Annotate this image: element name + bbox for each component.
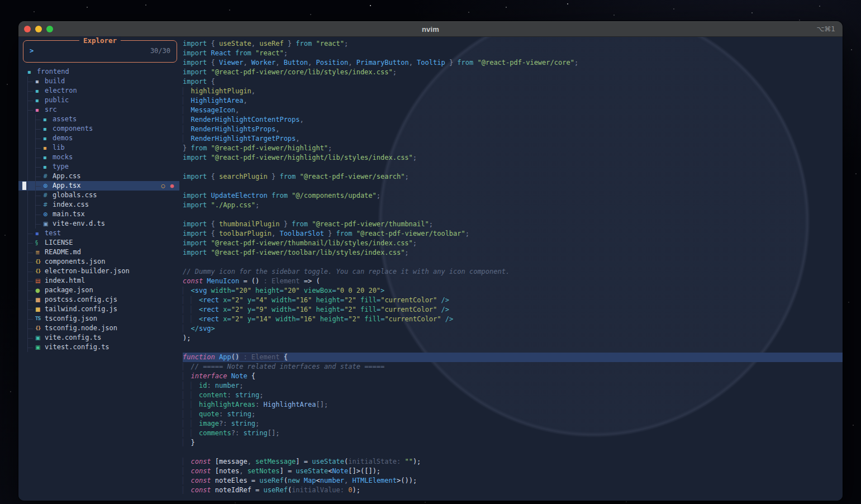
code-line[interactable]: import { toolbarPlugin, ToolbarSlot } fr… bbox=[183, 229, 843, 239]
code-line[interactable] bbox=[183, 210, 843, 220]
code-line[interactable]: ▏ </svg> bbox=[183, 324, 843, 334]
tree-item-components.json[interactable]: {}components.json bbox=[18, 257, 179, 267]
code-token bbox=[195, 306, 199, 313]
code-token bbox=[195, 391, 199, 399]
code-token: = bbox=[227, 296, 231, 304]
tree-item-App.css[interactable]: #App.css bbox=[18, 172, 179, 181]
tree-item-LICENSE[interactable]: §LICENSE bbox=[18, 238, 179, 248]
code-token: { bbox=[211, 40, 219, 47]
code-token: height bbox=[316, 296, 340, 304]
code-line[interactable]: import "@react-pdf-viewer/thumbnail/lib/… bbox=[183, 239, 843, 248]
code-line-cursor[interactable]: function App() : Element { bbox=[183, 353, 843, 362]
code-line[interactable]: } from "@react-pdf-viewer/highlight"; bbox=[183, 144, 843, 153]
code-line[interactable]: ▏ const [notes, setNotes] = useState<Not… bbox=[183, 467, 843, 476]
tree-item-App.tsx[interactable]: ⊛App.tsx○● bbox=[18, 181, 179, 191]
tree-item-index.css[interactable]: #index.css bbox=[18, 200, 179, 210]
tree-item-package.json[interactable]: ●package.json bbox=[18, 286, 179, 295]
code-line[interactable]: ▏ RenderHighlightsProps, bbox=[183, 125, 843, 134]
tree-item-build[interactable]: ▪build bbox=[18, 77, 179, 86]
code-line[interactable]: ▏ ▏ quote: string; bbox=[183, 410, 843, 419]
tree-item-public[interactable]: ▪public bbox=[18, 96, 179, 105]
code-token: image bbox=[199, 420, 219, 427]
code-line[interactable]: ▏ const [message, setMessage] = useState… bbox=[183, 457, 843, 467]
tree-item-lib[interactable]: ▪lib bbox=[18, 143, 179, 153]
code-line[interactable] bbox=[183, 343, 843, 353]
code-line[interactable]: import { Viewer, Worker, Button, Positio… bbox=[183, 58, 843, 68]
indent-guide bbox=[27, 324, 35, 333]
tree-item-vite-env.d.ts[interactable]: ▣vite-env.d.ts bbox=[18, 219, 179, 229]
code-line[interactable]: ▏ ▏ content: string; bbox=[183, 391, 843, 400]
code-line[interactable]: import React from "react"; bbox=[183, 49, 843, 58]
code-line[interactable]: ▏ RenderHighlightContentProps, bbox=[183, 115, 843, 125]
titlebar[interactable]: nvim ⌥⌘1 bbox=[18, 21, 843, 37]
code-token: ▏ bbox=[191, 429, 194, 437]
code-line[interactable]: ▏ ▏ id: number; bbox=[183, 381, 843, 391]
code-token: ; bbox=[284, 49, 288, 57]
code-line[interactable]: import "@react-pdf-viewer/core/lib/style… bbox=[183, 68, 843, 77]
code-line[interactable]: import "./App.css"; bbox=[183, 201, 843, 210]
code-line[interactable]: import { searchPlugin } from "@react-pdf… bbox=[183, 172, 843, 182]
tree-item-vitest.config.ts[interactable]: ▣vitest.config.ts bbox=[18, 343, 179, 352]
code-line[interactable]: ▏ ▏ <rect x="2" y="4" width="16" height=… bbox=[183, 296, 843, 305]
tree-item-assets[interactable]: ▪assets bbox=[18, 115, 179, 124]
code-line[interactable]: import UpdateElectron from "@/components… bbox=[183, 191, 843, 201]
tree-item-demos[interactable]: ▪demos bbox=[18, 134, 179, 143]
code-line[interactable]: ▏ } bbox=[183, 438, 843, 448]
code-token: ▏ bbox=[191, 391, 194, 399]
code-token: ▏ bbox=[191, 306, 194, 313]
tree-item-globals.css[interactable]: #globals.css bbox=[18, 191, 179, 200]
code-line[interactable]: ▏ <svg width="20" height="20" viewBox="0… bbox=[183, 286, 843, 296]
code-token: [ bbox=[215, 458, 219, 465]
code-line[interactable]: import "@react-pdf-viewer/toolbar/lib/st… bbox=[183, 248, 843, 258]
tree-item-index.html[interactable]: ▤index.html bbox=[18, 276, 179, 286]
code-line[interactable]: import { thumbnailPlugin } from "@react-… bbox=[183, 220, 843, 229]
code-line[interactable]: ▏ HighlightArea, bbox=[183, 96, 843, 106]
code-token: , bbox=[251, 87, 255, 95]
tree-item-src[interactable]: ▪src bbox=[18, 105, 179, 115]
code-line[interactable]: import "@react-pdf-viewer/highlight/lib/… bbox=[183, 153, 843, 163]
code-line[interactable]: // Dummy icon for the sidebar toggle. Yo… bbox=[183, 267, 843, 277]
code-line[interactable]: import { useState, useRef } from "react"… bbox=[183, 39, 843, 49]
tree-item-postcss.config.cjs[interactable]: ■postcss.config.cjs bbox=[18, 295, 179, 305]
code-token: } bbox=[445, 59, 458, 66]
tree-item-vite.config.ts[interactable]: ▣vite.config.ts bbox=[18, 333, 179, 343]
tree-item-tailwind.config.js[interactable]: ■tailwind.config.js bbox=[18, 305, 179, 314]
indent-guide bbox=[35, 162, 43, 172]
window-title: nvim bbox=[18, 25, 843, 34]
code-line[interactable]: ▏ highlightPlugin, bbox=[183, 87, 843, 96]
tree-item-main.tsx[interactable]: ⊛main.tsx bbox=[18, 210, 179, 219]
tree-item-frontend[interactable]: ▪frontend bbox=[18, 67, 179, 77]
code-line[interactable]: ▏ ▏ <rect x="2" y="14" width="16" height… bbox=[183, 315, 843, 324]
code-line[interactable]: ▏ ▏ image?: string; bbox=[183, 419, 843, 429]
tree-item-electron-builder.json[interactable]: {}electron-builder.json bbox=[18, 267, 179, 276]
code-line[interactable]: ▏ ▏ <rect x="2" y="9" width="16" height=… bbox=[183, 305, 843, 315]
tree-item-tsconfig.node.json[interactable]: {}tsconfig.node.json bbox=[18, 324, 179, 333]
code-line[interactable]: ▏ interface Note { bbox=[183, 372, 843, 381]
code-token: ▏ bbox=[191, 296, 194, 304]
code-line[interactable]: ▏ const noteIdRef = useRef(initialValue:… bbox=[183, 486, 843, 495]
code-line[interactable]: ); bbox=[183, 334, 843, 343]
explorer-prompt[interactable]: > bbox=[30, 47, 34, 55]
code-line[interactable] bbox=[183, 258, 843, 267]
code-token: } bbox=[183, 144, 191, 152]
tree-item-test[interactable]: ▪test bbox=[18, 229, 179, 238]
code-line[interactable]: ▏ const noteEles = useRef(new Map<number… bbox=[183, 476, 843, 486]
code-line[interactable]: import { bbox=[183, 77, 843, 87]
tree-item-type[interactable]: ▪type bbox=[18, 162, 179, 172]
code-line[interactable] bbox=[183, 182, 843, 191]
code-token: HighlightArea bbox=[264, 401, 316, 408]
tree-item-electron[interactable]: ▪electron bbox=[18, 86, 179, 96]
tree-item-README.md[interactable]: ≣README.md bbox=[18, 248, 179, 257]
tree-item-mocks[interactable]: ▪mocks bbox=[18, 153, 179, 162]
code-line[interactable] bbox=[183, 448, 843, 457]
tree-item-components[interactable]: ▪components bbox=[18, 124, 179, 134]
code-token: "20" bbox=[235, 287, 255, 294]
code-line[interactable] bbox=[183, 163, 843, 172]
code-line[interactable]: ▏ ▏ comments?: string[]; bbox=[183, 429, 843, 438]
code-line[interactable]: const MenuIcon = () : Element => ( bbox=[183, 277, 843, 286]
tree-item-tsconfig.json[interactable]: TStsconfig.json bbox=[18, 314, 179, 324]
code-line[interactable]: ▏ RenderHighlightTargetProps, bbox=[183, 134, 843, 144]
code-line[interactable]: ▏ MessageIcon, bbox=[183, 106, 843, 115]
code-line[interactable]: ▏ // ===== Note related interfaces and s… bbox=[183, 362, 843, 372]
code-line[interactable]: ▏ ▏ highlightAreas: HighlightArea[]; bbox=[183, 400, 843, 410]
